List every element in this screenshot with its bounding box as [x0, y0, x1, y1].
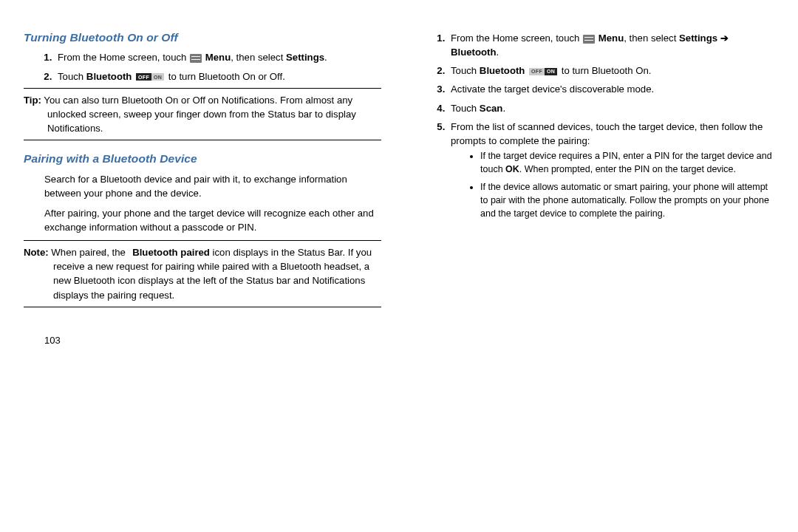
bluetooth-paired-label: Bluetooth paired: [129, 247, 209, 258]
bluetooth-label: Bluetooth: [451, 47, 497, 58]
settings-label: Settings: [286, 52, 324, 63]
tip-block: Tip: You can also turn Bluetooth On or O…: [24, 93, 381, 135]
settings-label: Settings: [679, 33, 720, 44]
text: to turn Bluetooth On.: [562, 65, 652, 76]
tip-text: Tip: You can also turn Bluetooth On or O…: [24, 93, 381, 135]
text: When paired, the: [49, 247, 129, 258]
pairing-intro-1: Search for a Bluetooth device and pair w…: [44, 172, 381, 200]
step-4: Touch Scan.: [448, 101, 774, 115]
text: From the Home screen, touch: [451, 33, 582, 44]
step-3: Activate the target device's discoverabl…: [448, 82, 774, 96]
bluetooth-label: Bluetooth: [480, 65, 525, 76]
manual-page: Turning Bluetooth On or Off From the Hom…: [24, 30, 774, 348]
right-column: From the Home screen, touch Menu, then s…: [417, 30, 774, 348]
step-1: From the Home screen, touch Menu, then s…: [448, 31, 774, 59]
toggle-on: ON: [545, 68, 557, 75]
note-block: Note: When paired, the ⁕ Bluetooth paire…: [24, 245, 381, 302]
toggle-on: ON: [151, 73, 164, 81]
arrow-icon: ➔: [720, 33, 729, 44]
step-2: Touch Bluetooth OFFON to turn Bluetooth …: [55, 69, 381, 83]
divider: [24, 307, 381, 307]
toggle-off: OFF: [136, 73, 151, 81]
ok-label: OK: [505, 164, 519, 174]
text: to turn Bluetooth On or Off.: [168, 71, 285, 82]
text: Touch: [451, 103, 480, 114]
sub-bullets: If the target device requires a PIN, ent…: [451, 149, 774, 221]
divider: [24, 240, 381, 241]
text: . When prompted, enter the PIN on the ta…: [519, 164, 736, 174]
text: , then select: [231, 52, 286, 63]
left-column: Turning Bluetooth On or Off From the Hom…: [24, 30, 381, 348]
text: Touch: [451, 65, 480, 76]
divider: [24, 88, 381, 89]
bluetooth-label: Bluetooth: [86, 71, 132, 82]
note-text: Note: When paired, the ⁕ Bluetooth paire…: [24, 245, 381, 302]
step-5: From the list of scanned devices, touch …: [448, 120, 774, 221]
sub-1: If the target device requires a PIN, ent…: [480, 149, 774, 176]
menu-label: Menu: [202, 52, 231, 63]
steps-pairing: From the Home screen, touch Menu, then s…: [417, 31, 774, 221]
text: From the Home screen, touch: [58, 52, 189, 63]
menu-icon: [583, 35, 595, 44]
toggle-off: OFF: [529, 68, 545, 75]
text: .: [497, 47, 499, 58]
tip-label: Tip:: [24, 95, 41, 106]
text: .: [324, 52, 327, 63]
scan-label: Scan: [480, 103, 503, 114]
page-number: 103: [44, 334, 381, 348]
text: From the list of scanned devices, touch …: [451, 121, 763, 146]
menu-icon: [190, 54, 202, 63]
text: , then select: [624, 33, 679, 44]
note-label: Note:: [24, 247, 49, 258]
sub-2: If the device allows automatic or smart …: [480, 180, 774, 220]
menu-label: Menu: [596, 33, 624, 44]
step-1: From the Home screen, touch Menu, then s…: [55, 50, 381, 64]
heading-turning-bluetooth: Turning Bluetooth On or Off: [24, 30, 381, 46]
heading-pairing: Pairing with a Bluetooth Device: [24, 151, 381, 167]
step-2: Touch Bluetooth OFFON to turn Bluetooth …: [448, 64, 774, 78]
pairing-intro-2: After pairing, your phone and the target…: [44, 206, 381, 234]
steps-turning-bluetooth: From the Home screen, touch Menu, then s…: [24, 50, 381, 83]
toggle-on-icon: OFFON: [529, 68, 557, 75]
divider: [24, 140, 381, 140]
text: Touch: [58, 71, 86, 82]
toggle-off-on-icon: OFFON: [136, 73, 164, 81]
text: .: [502, 103, 505, 114]
tip-body: You can also turn Bluetooth On or Off on…: [41, 95, 356, 134]
